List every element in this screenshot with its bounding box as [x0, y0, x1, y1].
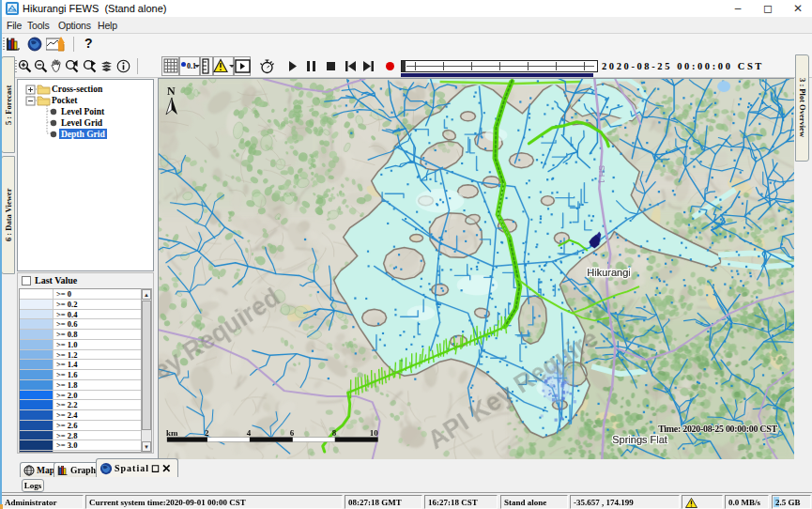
svg-text:10: 10	[370, 428, 378, 438]
svg-text:SH 1: SH 1	[597, 165, 606, 184]
svg-text:N: N	[167, 85, 176, 98]
svg-text:4: 4	[247, 428, 252, 438]
svg-text:Springs Flat: Springs Flat	[612, 434, 667, 445]
svg-text:km: km	[166, 428, 178, 438]
svg-text:2: 2	[205, 428, 209, 438]
svg-text:6: 6	[290, 428, 295, 438]
svg-text:Time: 2020-08-25 00:00:00 CST: Time: 2020-08-25 00:00:00 CST	[658, 424, 777, 434]
svg-text:8: 8	[332, 428, 337, 438]
svg-text:Hikurangi: Hikurangi	[587, 267, 630, 278]
